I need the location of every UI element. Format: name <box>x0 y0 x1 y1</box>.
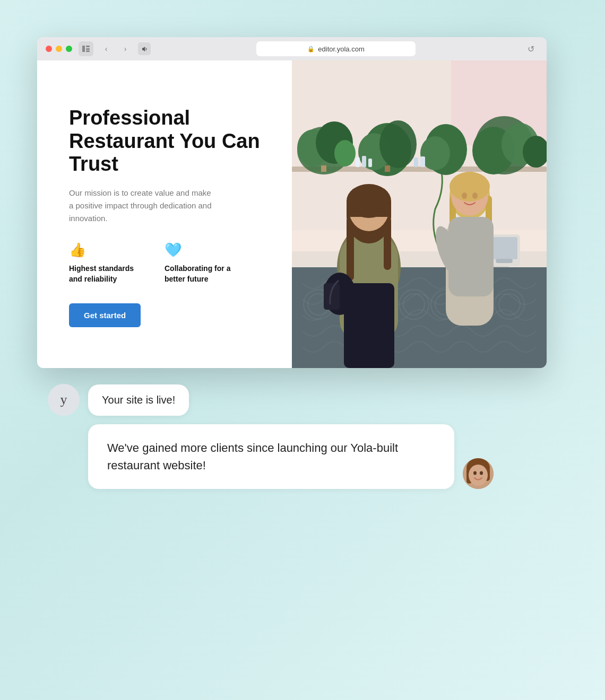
svg-rect-58 <box>347 217 354 281</box>
url-text: editor.yola.com <box>318 45 364 53</box>
svg-rect-12 <box>321 165 326 172</box>
main-heading: Professional Restaurant You Can Trust <box>69 107 265 176</box>
address-bar[interactable]: 🔒 editor.yola.com <box>256 41 416 56</box>
feature-label-collaboration: Collaborating for a better future <box>165 264 239 284</box>
svg-rect-65 <box>324 283 340 310</box>
traffic-lights <box>46 46 72 52</box>
reload-button[interactable]: ↺ <box>523 41 538 56</box>
svg-point-15 <box>379 120 417 168</box>
lock-icon: 🔒 <box>307 46 315 52</box>
feature-item-collaboration: 🩵 Collaborating for a better future <box>165 242 239 284</box>
minimize-button[interactable] <box>56 46 62 52</box>
notification-text: Your site is live! <box>102 394 175 406</box>
svg-point-81 <box>473 471 477 475</box>
app-container: ‹ › 🔒 editor.yola.com ↺ Professional Res… <box>37 37 568 663</box>
notification-row: y Your site is live! <box>48 384 494 416</box>
svg-rect-23 <box>356 158 360 167</box>
speaker-icon <box>138 42 151 55</box>
svg-point-11 <box>334 140 356 167</box>
svg-rect-27 <box>420 156 425 167</box>
svg-rect-62 <box>347 201 391 217</box>
svg-point-80 <box>469 465 488 486</box>
close-button[interactable] <box>46 46 52 52</box>
svg-point-71 <box>450 172 490 202</box>
svg-rect-16 <box>385 165 390 172</box>
right-image-panel <box>292 60 547 368</box>
svg-rect-1 <box>86 46 90 47</box>
svg-rect-3 <box>86 50 90 52</box>
user-avatar <box>463 458 494 489</box>
maximize-button[interactable] <box>66 46 72 52</box>
testimonial-row: We've gained more clients since launchin… <box>48 424 494 489</box>
browser-content: Professional Restaurant You Can Trust Ou… <box>37 60 547 368</box>
main-description: Our mission is to create value and make … <box>69 187 218 225</box>
svg-rect-53 <box>491 237 517 259</box>
svg-rect-25 <box>368 159 372 167</box>
browser-titlebar: ‹ › 🔒 editor.yola.com ↺ <box>37 37 547 60</box>
chat-section: y Your site is live! We've gained more c… <box>37 384 494 489</box>
get-started-button[interactable]: Get started <box>69 303 141 327</box>
sidebar-toggle-button[interactable] <box>79 41 93 56</box>
svg-point-72 <box>462 192 467 199</box>
svg-point-82 <box>480 471 483 475</box>
svg-rect-24 <box>362 156 366 167</box>
heart-icon: 🩵 <box>165 242 239 258</box>
browser-window: ‹ › 🔒 editor.yola.com ↺ Professional Res… <box>37 37 547 368</box>
thumbs-up-icon: 👍 <box>69 242 143 258</box>
svg-point-73 <box>472 192 478 199</box>
svg-rect-54 <box>496 259 513 263</box>
notification-bubble: Your site is live! <box>88 384 189 416</box>
testimonial-bubble: We've gained more clients since launchin… <box>88 424 454 489</box>
user-face-image <box>463 458 494 489</box>
back-button[interactable]: ‹ <box>100 42 113 55</box>
testimonial-text: We've gained more clients since launchin… <box>107 441 398 472</box>
left-content-panel: Professional Restaurant You Can Trust Ou… <box>37 60 292 368</box>
features-row: 👍 Highest standards and reliability 🩵 Co… <box>69 242 265 284</box>
feature-item-standards: 👍 Highest standards and reliability <box>69 242 143 284</box>
yola-avatar: y <box>48 384 80 416</box>
restaurant-image <box>292 60 547 368</box>
feature-label-standards: Highest standards and reliability <box>69 264 143 284</box>
svg-rect-2 <box>86 48 90 50</box>
svg-rect-26 <box>414 158 418 167</box>
svg-rect-0 <box>82 46 85 52</box>
forward-button[interactable]: › <box>119 42 132 55</box>
svg-rect-59 <box>384 217 391 270</box>
